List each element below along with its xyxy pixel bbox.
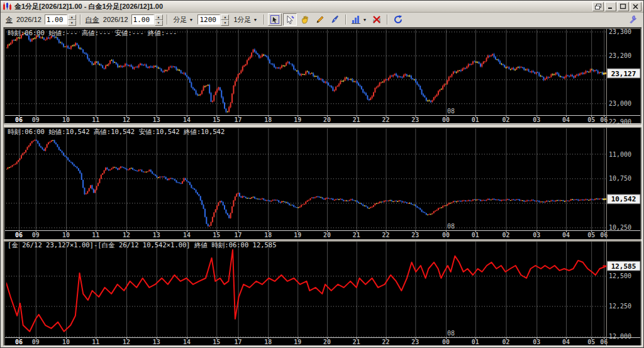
x-axis-hour-label: 20 bbox=[323, 339, 331, 345]
settings-wrench-button[interactable] bbox=[626, 13, 640, 26]
hand-icon bbox=[300, 14, 310, 25]
window-title: 金1分足[2026/12]1.00 - 白金1分足[2026/12]1.00 bbox=[14, 2, 591, 11]
charts-svg: 0609101112131415171819202122230001020304… bbox=[4, 28, 641, 345]
x-axis-hour-label: 06 bbox=[15, 232, 23, 239]
platinum-contract-month: 2026/12 bbox=[103, 16, 128, 23]
platinum-label[interactable]: 白金 bbox=[86, 15, 99, 25]
refresh-button[interactable] bbox=[391, 13, 405, 26]
interval-dropdown[interactable]: 1分足 ▼ bbox=[231, 14, 259, 26]
x-axis-hour-label: 04 bbox=[562, 232, 570, 239]
close-button[interactable] bbox=[630, 2, 641, 11]
select-arrow-icon bbox=[285, 14, 295, 25]
x-axis-hour-label: 19 bbox=[294, 232, 301, 239]
gold-contract-month: 2026/12 bbox=[16, 16, 42, 23]
minimize-button[interactable] bbox=[605, 2, 616, 11]
minimize-icon bbox=[608, 4, 614, 9]
chart-cursor-tool-button[interactable] bbox=[268, 13, 282, 26]
spin-up-icon[interactable]: ▲ bbox=[155, 14, 163, 20]
x-axis-hour-label: 11 bbox=[92, 232, 99, 239]
bar-type-dropdown[interactable]: 分足 ▼ bbox=[172, 14, 196, 26]
x-axis-hour-label: 21 bbox=[353, 116, 360, 123]
pen-tool-button[interactable] bbox=[328, 13, 342, 26]
x-axis-hour-label: 17 bbox=[235, 339, 242, 345]
x-axis-hour-label: 21 bbox=[353, 339, 360, 345]
platinum-multiplier-spinbox: ▲▼ bbox=[131, 14, 163, 25]
x-axis-hour-label: 18 bbox=[264, 339, 272, 345]
spin-up-icon[interactable]: ▲ bbox=[68, 14, 76, 20]
y-axis-label: 23,200 bbox=[609, 52, 631, 59]
x-axis-hour-label: 20 bbox=[323, 232, 331, 239]
x-axis-hour-label: 22 bbox=[382, 339, 390, 345]
x-axis-hour-label: 23 bbox=[411, 339, 419, 345]
spin-down-icon[interactable]: ▼ bbox=[155, 20, 163, 26]
toolbar-separator bbox=[345, 14, 347, 25]
chart-type-dropdown-button[interactable]: ▼ bbox=[350, 13, 369, 26]
float-window-button[interactable] bbox=[592, 2, 604, 11]
x-axis-hour-label: 17 bbox=[235, 116, 242, 123]
x-axis-hour-label: 11 bbox=[92, 339, 99, 345]
x-axis-hour-label: 18 bbox=[264, 232, 272, 239]
x-axis-hour-label: 13 bbox=[153, 232, 160, 239]
x-axis-hour-label: 10 bbox=[62, 339, 70, 345]
x-axis-hour-label: 14 bbox=[183, 232, 191, 239]
refresh-icon bbox=[393, 14, 403, 25]
x-axis-hour-label: 11 bbox=[92, 116, 99, 123]
x-axis-hour-label: 09 bbox=[32, 232, 40, 239]
x-axis-hour-label: 01 bbox=[472, 232, 479, 239]
platinum-multiplier-spinner[interactable]: ▲▼ bbox=[155, 14, 163, 25]
maximize-button[interactable] bbox=[618, 2, 629, 11]
panel-info-line: 時刻:06:00 始値:10,542 高値:10,542 安値:10,542 終… bbox=[8, 128, 225, 135]
delete-drawing-button[interactable] bbox=[370, 13, 384, 26]
x-axis-hour-label: 06 bbox=[15, 116, 23, 123]
bar-count-spinbox: ▲▼ bbox=[197, 14, 229, 25]
x-axis-hour-label: 10 bbox=[62, 116, 70, 123]
pencil-tool-button[interactable] bbox=[313, 13, 327, 26]
x-axis-hour-label: 02 bbox=[502, 116, 510, 123]
bar-count-input[interactable] bbox=[197, 14, 220, 25]
window-buttons bbox=[591, 2, 641, 11]
date-marker-label: 08 bbox=[447, 330, 455, 337]
spin-down-icon[interactable]: ▼ bbox=[68, 20, 76, 26]
bar-count-spinner[interactable]: ▲▼ bbox=[221, 14, 229, 25]
gold-multiplier-input[interactable] bbox=[45, 14, 67, 25]
x-axis-hour-label: 03 bbox=[533, 116, 540, 123]
x-axis-hour-label: 00 bbox=[442, 339, 450, 345]
spin-up-icon[interactable]: ▲ bbox=[221, 14, 229, 20]
x-axis-hour-label: 17 bbox=[235, 232, 242, 239]
x-axis-hour-label: 02 bbox=[502, 339, 510, 345]
x-axis-hour-label: 06 bbox=[15, 339, 23, 345]
x-axis-hour-label: 12 bbox=[123, 339, 130, 345]
date-marker-label: 08 bbox=[447, 108, 455, 115]
select-tool-button[interactable] bbox=[283, 13, 297, 26]
toolbar-separator bbox=[167, 14, 168, 25]
x-axis-hour-label: 23 bbox=[411, 232, 419, 239]
x-axis-hour-label: 04 bbox=[562, 339, 570, 345]
panel-info-line: [金 26/12 23,127×1.00]-[白金 26/12 10,542×1… bbox=[8, 241, 277, 249]
x-axis-hour-label: 13 bbox=[153, 116, 160, 123]
maximize-icon bbox=[620, 4, 626, 9]
chevron-down-icon: ▼ bbox=[189, 18, 194, 22]
app-window: 金1分足[2026/12]1.00 - 白金1分足[2026/12]1.00 金… bbox=[0, 0, 644, 348]
x-axis-hour-label: 10 bbox=[62, 232, 70, 239]
x-axis-hour-label: 15 bbox=[213, 339, 220, 345]
titlebar: 金1分足[2026/12]1.00 - 白金1分足[2026/12]1.00 bbox=[1, 1, 643, 13]
pencil-icon bbox=[315, 14, 325, 25]
x-axis-hour-label: 05 bbox=[587, 116, 595, 123]
last-price-value: 23,127 bbox=[611, 70, 636, 78]
chevron-down-icon: ▼ bbox=[253, 18, 258, 22]
y-axis-label: 10,250 bbox=[609, 224, 631, 231]
app-icon bbox=[3, 2, 12, 11]
platinum-multiplier-input[interactable] bbox=[131, 14, 154, 25]
x-axis-hour-label: 19 bbox=[294, 339, 301, 345]
gold-label[interactable]: 金 bbox=[6, 15, 13, 25]
gold-multiplier-spinner[interactable]: ▲▼ bbox=[68, 14, 76, 25]
pan-tool-button[interactable] bbox=[298, 13, 312, 26]
x-axis-hour-label: 18 bbox=[264, 116, 272, 123]
y-axis-label: 11,000 bbox=[609, 151, 631, 158]
x-axis-hour-label: 00 bbox=[442, 232, 450, 239]
chart-area[interactable]: 0609101112131415171819202122230001020304… bbox=[3, 27, 642, 346]
spin-down-icon[interactable]: ▼ bbox=[221, 20, 229, 26]
x-axis-hour-label: 04 bbox=[562, 116, 570, 123]
bar-chart-icon bbox=[351, 14, 361, 25]
x-axis-hour-label: 05 bbox=[587, 339, 595, 345]
